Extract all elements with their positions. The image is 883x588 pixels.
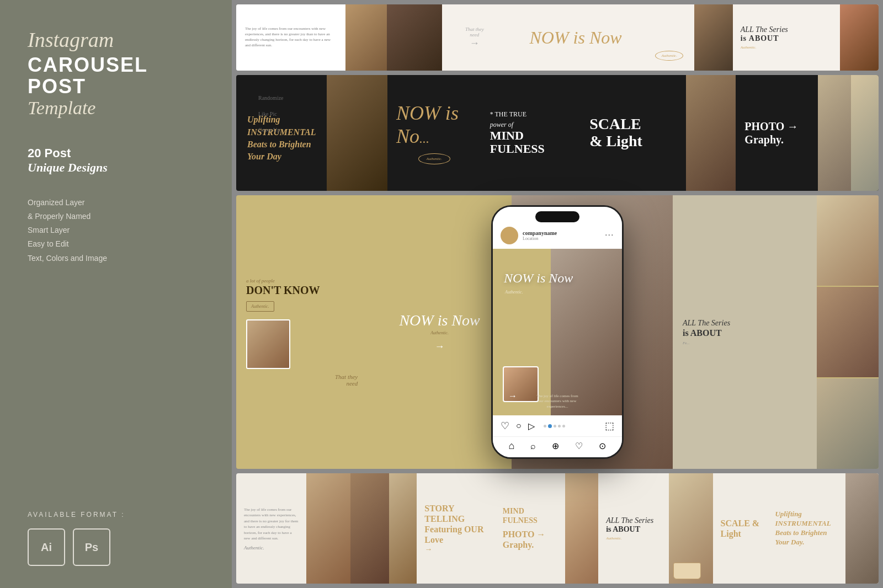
sidebar: Instagram CAROUSEL POST Template 20 Post… (0, 0, 232, 588)
strip1-arrow-area: That they need → (442, 4, 507, 71)
dark-left: RandomizeLike PicCover Up Uplifting INST… (236, 75, 327, 191)
light-photo-4 (565, 473, 598, 584)
sidebar-title-main: CAROUSEL POST (28, 54, 204, 98)
tan-all-series: ALL The Series is ABOUT Fe... (673, 195, 817, 469)
light-all-series: ALL The Series is ABOUT Authentic. (598, 473, 668, 584)
strip1-authentic: Authentic. (645, 4, 694, 71)
format-section: AVAILABLE FORMAT : Ai Ps (28, 511, 204, 566)
light-photo-1 (306, 473, 350, 584)
tan-right-photos (817, 195, 879, 469)
tan-that-they: That theyneed (246, 373, 358, 387)
tan-main-photo (512, 195, 673, 469)
carousel-strip-1: The joy of life comes from our encounter… (236, 4, 879, 71)
light-photo-2 (350, 473, 389, 584)
light-story: STORY TELLING Featuring OUR Love → (417, 473, 495, 584)
tan-now-section: NOW is Now Authentic. → (368, 195, 512, 469)
middle-section: companyname Location ··· NOW is Now Auth… (236, 195, 879, 469)
sidebar-title-script: Instagram (28, 28, 204, 53)
tan-photo (246, 319, 290, 369)
dark-true-power: * THE TRUE power of MINDFULNESS (481, 75, 581, 191)
tan-left: a lot of people DON'T KNOW Authentic. Th… (236, 195, 368, 469)
tan-now-text: NOW is Now (399, 312, 480, 329)
tan-authentic-box: Authentic. (246, 301, 274, 312)
features-list: Organized Layer & Properly Named Smart L… (28, 196, 204, 265)
posts-label: Unique Designs (28, 161, 108, 174)
dark-photo-3 (818, 75, 851, 191)
ai-badge: Ai (28, 528, 65, 566)
dark-now: NOW is No... Authentic. (387, 75, 481, 191)
light-photo-6 (845, 473, 879, 584)
dark-photo-1 (327, 75, 387, 191)
light-left: The joy of life comes from our encounter… (236, 473, 306, 584)
sidebar-title-sub: Template (28, 98, 204, 119)
light-photo-3 (389, 473, 417, 584)
tan-arrow: → (435, 341, 445, 352)
tan-big-text: DON'T KNOW (246, 284, 358, 297)
strip1-now: NOW is Now (507, 4, 644, 71)
strip1-photo3 (694, 4, 733, 71)
posts-count: 20 Post (28, 146, 71, 160)
strip1-photo1 (345, 4, 387, 71)
dark-photo-text: PHOTO →Graphy. (736, 75, 818, 191)
light-scale: SCALE & Light (713, 473, 768, 584)
strip1-all-series: ALL The Series is ABOUT Authentic. (733, 4, 840, 71)
strip1-photo-end (840, 4, 879, 71)
content-area: The joy of life comes from our encounter… (232, 0, 883, 588)
dark-photo-2 (686, 75, 736, 191)
light-photo-5 (669, 473, 713, 584)
carousel-strip-2: RandomizeLike PicCover Up Uplifting INST… (236, 75, 879, 191)
tan-dont-know-label: a lot of people (246, 278, 358, 284)
ps-badge: Ps (73, 528, 110, 566)
format-badges: Ai Ps (28, 528, 204, 566)
light-mid-text: MIND FULNESS PHOTO → Graphy. (495, 473, 565, 584)
strip1-photo2 (387, 4, 442, 71)
format-label: AVAILABLE FORMAT : (28, 511, 204, 518)
tan-carousel: a lot of people DON'T KNOW Authentic. Th… (236, 195, 879, 469)
light-uplifting: Uplifting INSTRUMENTAL Beats to Brighten… (767, 473, 845, 584)
dark-photo-4 (851, 75, 879, 191)
strip1-text: The joy of life comes from our encounter… (236, 4, 345, 71)
dark-scale: SCALE& Light (581, 75, 686, 191)
carousel-strip-4: The joy of life comes from our encounter… (236, 473, 879, 584)
tan-authentic-small: Authentic. (430, 330, 449, 335)
